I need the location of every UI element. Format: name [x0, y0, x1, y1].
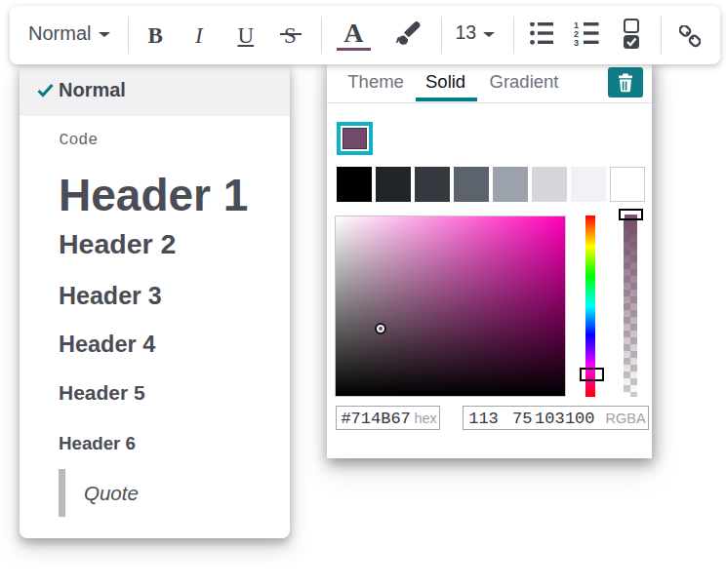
svg-text:3: 3 — [574, 38, 579, 48]
